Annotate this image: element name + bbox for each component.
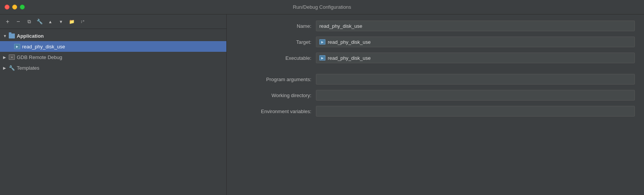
right-panel: Name: Target: ▶ read_phy_disk_use Execut… [227,14,644,195]
executable-run-icon: ▶ [319,55,325,61]
tree-item-templates[interactable]: ▶ 🔧 Templates [0,62,226,73]
target-value: read_phy_disk_use [328,39,371,45]
executable-dropdown[interactable]: ▶ read_phy_disk_use [316,53,635,63]
toolbar: + − ⧉ 🔧 ▲ ▼ 📁 ↕ᵃ [0,14,226,29]
move-up-button[interactable]: ▲ [46,17,55,26]
env-vars-row: Environment variables: [236,106,635,117]
tree-item-label: Application [17,33,44,39]
working-dir-row: Working directory: [236,90,635,101]
form-spacer [236,69,635,74]
executable-row: Executable: ▶ read_phy_disk_use [236,53,635,63]
program-args-input[interactable] [316,74,635,85]
add-button[interactable]: + [3,17,12,26]
tree-item-label: Templates [17,65,39,71]
tree-item-read-phy-disk-use[interactable]: ▶ ▶ read_phy_disk_use [0,41,226,52]
minimize-button[interactable] [12,5,17,10]
edit-button[interactable]: 🔧 [35,17,44,26]
copy-button[interactable]: ⧉ [24,17,34,26]
target-run-icon: ▶ [319,39,325,45]
env-vars-label: Environment variables: [236,109,316,114]
window-title: Run/Debug Configurations [293,4,351,10]
sort-button[interactable]: ↕ᵃ [78,17,87,26]
maximize-button[interactable] [20,5,25,10]
arrow-icon: ▼ [3,34,8,38]
env-vars-input[interactable] [316,106,635,117]
tree-item-application[interactable]: ▼ Application [0,30,226,41]
target-dropdown[interactable]: ▶ read_phy_disk_use [316,37,635,47]
executable-label: Executable: [236,55,316,61]
gdb-icon: ≡ [8,54,15,60]
title-bar: Run/Debug Configurations [0,0,644,14]
folder-button[interactable]: 📁 [67,17,76,26]
traffic-lights [5,5,25,10]
working-dir-input[interactable] [316,90,635,101]
name-input[interactable] [316,21,635,31]
remove-button[interactable]: − [14,17,23,26]
arrow-icon: ▶ [3,55,8,59]
executable-value: read_phy_disk_use [328,55,371,61]
tree-item-label: read_phy_disk_use [22,44,65,50]
target-row: Target: ▶ read_phy_disk_use [236,37,635,47]
program-args-row: Program arguments: [236,74,635,85]
name-row: Name: [236,21,635,31]
tree-item-gdb-remote-debug[interactable]: ▶ ≡ GDB Remote Debug [0,52,226,62]
left-panel: + − ⧉ 🔧 ▲ ▼ 📁 ↕ᵃ [0,14,227,195]
target-label: Target: [236,39,316,45]
close-button[interactable] [5,5,10,10]
run-config-icon: ▶ [14,43,21,50]
name-label: Name: [236,23,316,29]
wrench-icon: 🔧 [8,65,15,71]
working-dir-label: Working directory: [236,93,316,98]
tree-container: ▼ Application ▶ ▶ read_phy_disk_use ▶ ≡ [0,29,226,195]
program-args-label: Program arguments: [236,77,316,82]
main-layout: + − ⧉ 🔧 ▲ ▼ 📁 ↕ᵃ [0,14,644,195]
folder-icon [8,33,15,39]
arrow-icon: ▶ [3,66,8,70]
tree-item-label: GDB Remote Debug [17,54,62,60]
move-down-button[interactable]: ▼ [56,17,66,26]
